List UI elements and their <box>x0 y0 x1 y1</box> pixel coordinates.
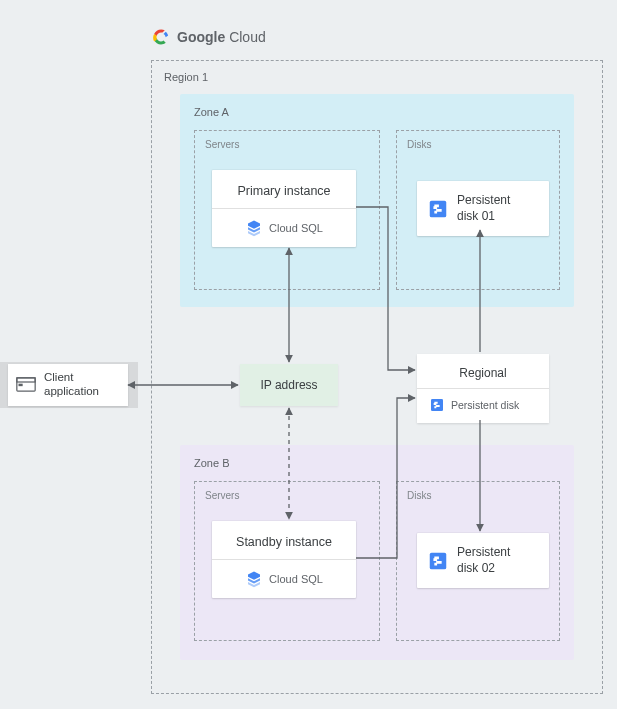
zone-a-servers-label: Servers <box>205 139 239 150</box>
ip-address-card: IP address <box>240 364 338 406</box>
zone-b-servers-label: Servers <box>205 490 239 501</box>
persistent-disk-02-card: Persistent disk 02 <box>417 533 549 588</box>
persistent-disk-01-card: Persistent disk 01 <box>417 181 549 236</box>
zone-a-label: Zone A <box>194 106 229 118</box>
cloud-sql-icon <box>245 219 263 237</box>
pd02-line1: Persistent <box>457 545 510 561</box>
primary-instance-sub: Cloud SQL <box>269 222 323 234</box>
region-label: Region 1 <box>164 71 208 83</box>
standby-instance-card: Standby instance Cloud SQL <box>212 521 356 598</box>
pd01-line2: disk 01 <box>457 209 510 225</box>
standby-instance-sub: Cloud SQL <box>269 573 323 585</box>
cloud-sql-icon <box>245 570 263 588</box>
regional-title: Regional <box>429 366 537 380</box>
regional-card: Regional Persistent disk <box>417 354 549 423</box>
pd01-line1: Persistent <box>457 193 510 209</box>
svg-rect-5 <box>19 384 23 387</box>
zone-b-disks-label: Disks <box>407 490 431 501</box>
brand-bold: Google <box>177 29 225 45</box>
zone-a-disks-label: Disks <box>407 139 431 150</box>
ip-address-label: IP address <box>260 378 317 392</box>
standby-instance-title: Standby instance <box>226 535 342 549</box>
primary-instance-card: Primary instance Cloud SQL <box>212 170 356 247</box>
svg-rect-4 <box>17 378 35 382</box>
client-line2: application <box>44 385 99 399</box>
persistent-disk-icon <box>427 550 449 572</box>
google-cloud-header: Google Cloud <box>152 28 266 46</box>
google-cloud-logo-icon <box>152 28 170 46</box>
client-application-card: Client application <box>8 364 128 406</box>
pd02-line2: disk 02 <box>457 561 510 577</box>
application-icon <box>16 377 36 393</box>
regional-sub: Persistent disk <box>451 399 519 411</box>
persistent-disk-icon <box>429 397 445 413</box>
zone-b-label: Zone B <box>194 457 229 469</box>
client-line1: Client <box>44 371 99 385</box>
primary-instance-title: Primary instance <box>226 184 342 198</box>
persistent-disk-icon <box>427 198 449 220</box>
brand-light: Cloud <box>229 29 266 45</box>
